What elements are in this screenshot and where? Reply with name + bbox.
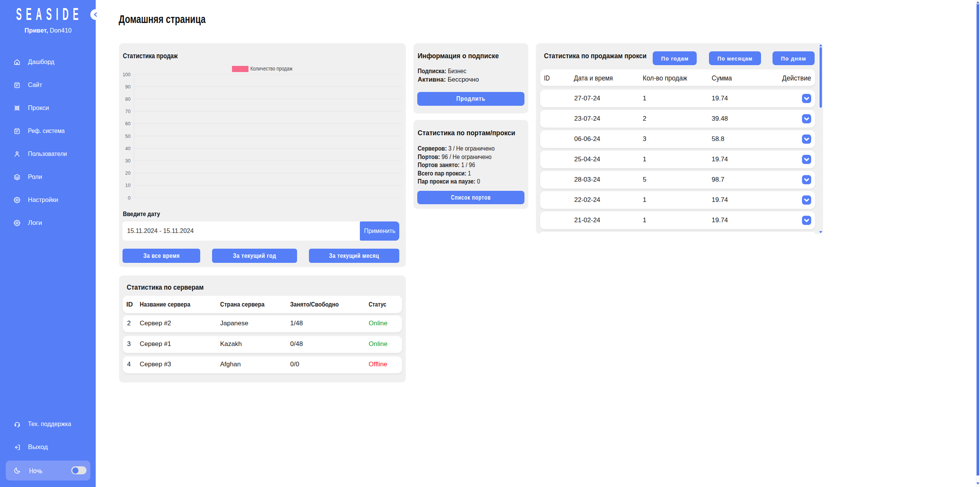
- svg-text:100: 100: [122, 72, 131, 77]
- svg-text:80: 80: [125, 97, 131, 102]
- svg-text:10: 10: [125, 183, 131, 188]
- svg-text:30: 30: [125, 158, 131, 164]
- svg-text:70: 70: [125, 109, 131, 114]
- svg-text:0: 0: [128, 195, 131, 201]
- svg-text:Количество продаж: Количество продаж: [250, 66, 293, 72]
- svg-text:60: 60: [125, 121, 131, 126]
- svg-text:90: 90: [125, 84, 131, 90]
- svg-text:40: 40: [125, 146, 131, 151]
- svg-text:20: 20: [125, 171, 131, 176]
- svg-text:50: 50: [125, 134, 131, 139]
